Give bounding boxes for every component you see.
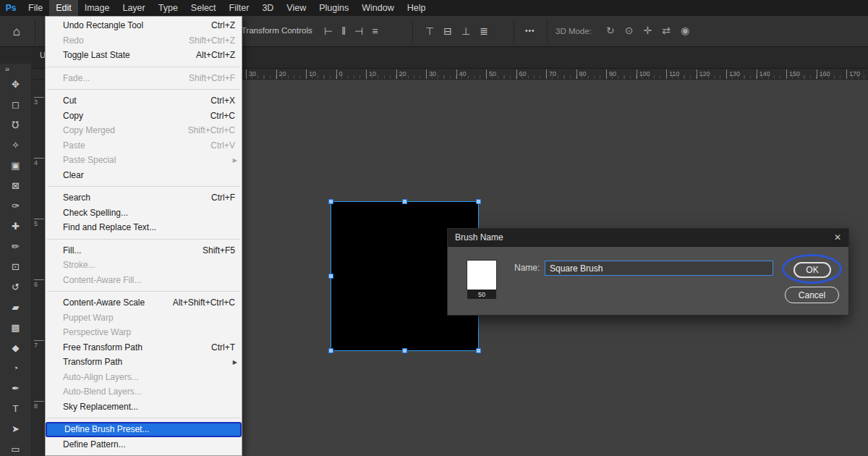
edit-menu-item-auto-blend-layers[interactable]: Auto-Blend Layers... bbox=[46, 384, 242, 400]
transform-handle[interactable] bbox=[402, 199, 407, 204]
edit-menu-item-redo[interactable]: RedoShift+Ctrl+Z bbox=[46, 33, 242, 48]
transform-handle[interactable] bbox=[328, 348, 333, 353]
menu-item-shortcut: Ctrl+C bbox=[210, 111, 235, 121]
rectangular-marquee-tool[interactable]: ◻ bbox=[7, 95, 25, 114]
edit-menu-item-undo-rectangle-tool[interactable]: Undo Rectangle ToolCtrl+Z bbox=[46, 18, 242, 33]
edit-menu-item-sky-replacement[interactable]: Sky Replacement... bbox=[46, 400, 242, 415]
align-top-edges-icon[interactable]: ⊤ bbox=[425, 25, 434, 38]
edit-menu-item-free-transform-path[interactable]: Free Transform PathCtrl+T bbox=[46, 340, 242, 355]
edit-menu-item-paste-special[interactable]: Paste Special▶ bbox=[46, 153, 242, 168]
menubar-item-plugins[interactable]: Plugins bbox=[312, 0, 355, 16]
tool-palette: » ✥◻℧✧▣⊠✑✚✏⊡↺▰▩◆◔✒T➤▭⋯ bbox=[0, 64, 32, 456]
edit-menu-item-search[interactable]: SearchCtrl+F bbox=[46, 190, 242, 206]
crop-tool[interactable]: ▣ bbox=[7, 156, 25, 174]
orbit-3d-camera-icon[interactable]: ↻ bbox=[606, 24, 615, 37]
roll-3d-camera-icon[interactable]: ⊙ bbox=[625, 24, 634, 37]
edit-menu-item-copy[interactable]: CopyCtrl+C bbox=[46, 109, 242, 124]
slide-3d-camera-icon[interactable]: ⇄ bbox=[662, 24, 671, 37]
edit-menu-item-clear[interactable]: Clear bbox=[46, 168, 242, 183]
transform-handle[interactable] bbox=[328, 274, 333, 279]
edit-menu-item-content-aware-scale[interactable]: Content-Aware ScaleAlt+Shift+Ctrl+C bbox=[46, 295, 242, 311]
menubar-item-layer[interactable]: Layer bbox=[116, 0, 151, 16]
edit-menu-item-find-and-replace-text[interactable]: Find and Replace Text... bbox=[46, 220, 242, 235]
align-right-edges-icon[interactable]: ⊣ bbox=[354, 25, 363, 38]
quick-selection-tool[interactable]: ✧ bbox=[7, 135, 25, 154]
align-left-edges-icon[interactable]: ⊢ bbox=[324, 25, 333, 38]
transform-handle[interactable] bbox=[328, 199, 333, 204]
cancel-button[interactable]: Cancel bbox=[785, 287, 839, 303]
home-button[interactable]: ⌂ bbox=[6, 22, 27, 41]
path-selection-tool[interactable]: ➤ bbox=[7, 419, 25, 438]
ruler-label: 110 bbox=[666, 69, 679, 79]
align-vertical-centers-icon[interactable]: ⊟ bbox=[443, 25, 452, 38]
edit-menu-item-transform-path[interactable]: Transform Path▶ bbox=[46, 355, 242, 370]
transform-handle[interactable] bbox=[402, 348, 407, 353]
menubar-item-3d[interactable]: 3D bbox=[255, 0, 280, 16]
more-options-icon[interactable]: ••• bbox=[525, 27, 535, 35]
gradient-tool[interactable]: ▩ bbox=[7, 318, 25, 337]
edit-menu-item-define-brush-preset[interactable]: Define Brush Preset... bbox=[46, 422, 242, 437]
eraser-tool[interactable]: ▰ bbox=[7, 297, 25, 316]
ruler-label: 50 bbox=[486, 69, 496, 79]
edit-menu-item-check-spelling[interactable]: Check Spelling... bbox=[46, 206, 242, 221]
transform-handle[interactable] bbox=[476, 348, 481, 353]
edit-menu-item-perspective-warp[interactable]: Perspective Warp bbox=[46, 325, 242, 340]
type-tool[interactable]: T bbox=[7, 399, 25, 418]
photoshop-logo[interactable]: Ps bbox=[0, 3, 22, 13]
ruler-label: 4 bbox=[34, 158, 44, 166]
menubar-item-type[interactable]: Type bbox=[152, 0, 184, 16]
lasso-tool[interactable]: ℧ bbox=[7, 115, 25, 134]
edit-menu-item-puppet-warp[interactable]: Puppet Warp bbox=[46, 311, 242, 326]
edit-menu-item-content-aware-fill[interactable]: Content-Aware Fill... bbox=[46, 273, 242, 288]
eyedropper-tool[interactable]: ✑ bbox=[7, 196, 25, 215]
menubar-item-filter[interactable]: Filter bbox=[223, 0, 256, 16]
menubar-item-edit[interactable]: Edit bbox=[49, 0, 78, 16]
edit-menu-item-define-pattern[interactable]: Define Pattern... bbox=[46, 437, 242, 452]
menubar-item-view[interactable]: View bbox=[280, 0, 312, 16]
rectangle-tool[interactable]: ▭ bbox=[7, 439, 25, 456]
move-tool[interactable]: ✥ bbox=[7, 75, 25, 93]
transform-handle[interactable] bbox=[476, 199, 481, 204]
distribute-horizontal-centers-icon[interactable]: ≡ bbox=[372, 25, 378, 38]
menubar-item-image[interactable]: Image bbox=[78, 0, 116, 16]
ruler-label: 5 bbox=[34, 219, 44, 227]
menu-separator bbox=[47, 291, 240, 292]
brush-name-input[interactable] bbox=[545, 261, 773, 276]
distribute-vertical-centers-icon[interactable]: ≣ bbox=[480, 25, 488, 38]
edit-menu-item-paste[interactable]: PasteCtrl+V bbox=[46, 138, 242, 153]
options-separator bbox=[412, 20, 413, 43]
edit-menu-item-copy-merged[interactable]: Copy MergedShift+Ctrl+C bbox=[46, 123, 242, 138]
healing-brush-tool[interactable]: ✚ bbox=[7, 216, 25, 235]
brush-tool[interactable]: ✏ bbox=[7, 237, 25, 256]
ok-button[interactable]: OK bbox=[793, 262, 831, 278]
edit-menu-item-auto-align-layers[interactable]: Auto-Align Layers... bbox=[46, 370, 242, 385]
edit-menu-item-fade[interactable]: Fade...Shift+Ctrl+F bbox=[46, 71, 242, 86]
frame-tool[interactable]: ⊠ bbox=[7, 176, 25, 195]
submenu-arrow-icon: ▶ bbox=[233, 157, 237, 164]
history-brush-tool[interactable]: ↺ bbox=[7, 277, 25, 296]
menubar-item-file[interactable]: File bbox=[22, 0, 49, 16]
expand-panel-icon[interactable]: » bbox=[0, 64, 31, 74]
blur-tool[interactable]: ◆ bbox=[7, 338, 25, 357]
menubar-item-select[interactable]: Select bbox=[184, 0, 223, 16]
close-icon[interactable]: ✕ bbox=[834, 232, 841, 242]
pen-tool[interactable]: ✒ bbox=[7, 379, 25, 397]
edit-menu-item-toggle-last-state[interactable]: Toggle Last StateAlt+Ctrl+Z bbox=[46, 48, 242, 63]
dialog-title-bar[interactable]: Brush Name ✕ bbox=[448, 229, 848, 247]
dolly-3d-camera-icon[interactable]: ◉ bbox=[681, 24, 689, 37]
menu-item-label: Redo bbox=[63, 35, 180, 46]
dodge-tool[interactable]: ◔ bbox=[7, 358, 25, 377]
ruler-label: 120 bbox=[697, 69, 710, 79]
menubar-item-window[interactable]: Window bbox=[355, 0, 400, 16]
menubar-item-help[interactable]: Help bbox=[401, 0, 433, 16]
pan-3d-camera-icon[interactable]: ✛ bbox=[643, 24, 652, 37]
edit-menu-item-cut[interactable]: CutCtrl+X bbox=[46, 93, 242, 109]
menu-item-label: Check Spelling... bbox=[63, 208, 235, 218]
edit-menu-item-fill[interactable]: Fill...Shift+F5 bbox=[46, 243, 242, 258]
menu-separator bbox=[47, 67, 240, 67]
clone-stamp-tool[interactable]: ⊡ bbox=[7, 257, 25, 276]
edit-menu-item-stroke[interactable]: Stroke... bbox=[46, 258, 242, 273]
edit-menu-item-define-custom-shape[interactable]: Define Custom Shape... bbox=[46, 452, 242, 456]
align-horizontal-centers-icon[interactable]: ‖ bbox=[341, 25, 346, 38]
align-bottom-edges-icon[interactable]: ⊥ bbox=[461, 25, 470, 38]
